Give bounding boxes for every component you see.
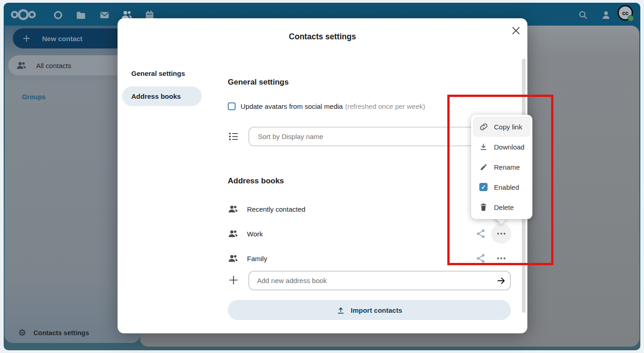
gear-icon: ⚙ [18,327,26,338]
general-settings-heading: General settings [228,78,289,87]
update-avatars-label: Update avatars from social media [241,102,343,110]
address-book-name: Family [247,255,267,262]
group-icon [228,205,238,214]
address-book-name: Work [247,230,263,238]
contacts-settings-label: Contacts settings [33,329,89,337]
contacts-menu-icon[interactable] [601,10,611,22]
online-status-dot [628,15,634,21]
plus-icon [228,275,239,287]
sort-select-value: Sort by Display name [258,133,323,140]
group-icon [228,254,238,263]
groups-section-label: Groups [22,93,46,101]
files-folder-icon[interactable] [76,10,86,22]
new-contact-label: New contact [42,35,82,43]
update-avatars-hint: (refreshed once per week) [345,102,425,110]
address-book-name: Recently contacted [247,205,306,213]
annotation-highlight-box [447,95,553,265]
tab-general-settings[interactable]: General settings [131,70,185,77]
mail-icon[interactable] [99,10,110,22]
sort-list-icon [229,132,238,143]
close-icon[interactable] [510,24,522,37]
nextcloud-logo-icon[interactable] [10,9,37,22]
tab-address-books-label: Address books [131,92,181,100]
import-contacts-label: Import contacts [351,306,402,314]
upload-icon [337,306,345,315]
all-contacts-label: All contacts [36,62,71,70]
tab-address-books[interactable]: Address books [122,86,202,106]
import-contacts-button[interactable]: Import contacts [228,300,511,320]
add-address-book-input[interactable] [248,271,511,290]
update-avatars-row: Update avatars from social media (refres… [228,102,425,110]
update-avatars-checkbox[interactable] [228,102,236,110]
search-icon[interactable] [578,10,588,22]
sidebar-item-all-contacts[interactable]: All contacts [8,55,136,75]
plus-icon [23,35,30,42]
group-icon [228,230,238,238]
address-books-heading: Address books [228,176,284,186]
submit-arrow-icon[interactable] [491,271,511,290]
dashboard-icon[interactable] [53,10,63,22]
group-icon [16,61,26,70]
modal-title: Contacts settings [118,32,527,42]
new-contact-button[interactable]: New contact [13,28,127,48]
avatar-initials: cc [622,10,628,16]
contacts-settings-button[interactable]: ⚙ Contacts settings [18,327,89,338]
